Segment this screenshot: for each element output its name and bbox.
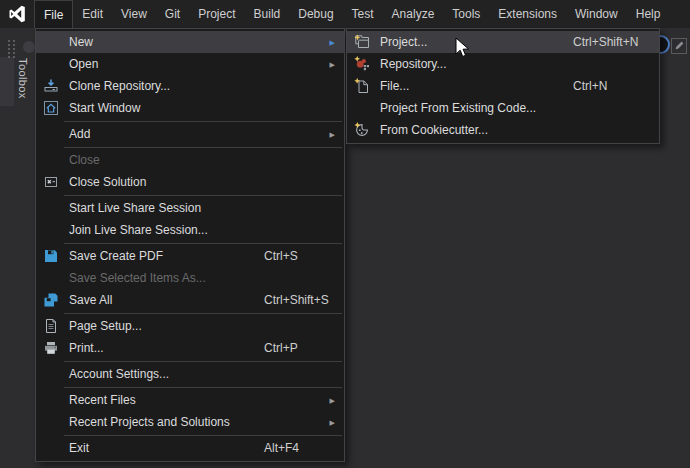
menu-item-label: Project From Existing Code... <box>380 101 536 115</box>
toolbox-tab-indicator <box>0 57 14 106</box>
menubar-build[interactable]: Build <box>245 0 290 28</box>
menu-item-save-all[interactable]: Save AllCtrl+Shift+S <box>36 289 344 311</box>
menu-item-label: Close Solution <box>69 175 146 189</box>
empty-icon-slot <box>42 200 60 216</box>
menu-item-close-solution[interactable]: Close Solution <box>36 171 344 193</box>
menu-item-label: Close <box>69 153 100 167</box>
empty-icon-slot <box>42 392 60 408</box>
menubar-tools[interactable]: Tools <box>443 0 489 28</box>
menu-item-repository[interactable]: Repository... <box>347 53 659 75</box>
menu-item-save-create-pdf[interactable]: Save Create PDFCtrl+S <box>36 245 344 267</box>
empty-icon-slot <box>42 440 60 456</box>
menu-item-shortcut: Ctrl+Shift+S <box>264 293 329 307</box>
menu-item-file[interactable]: File...Ctrl+N <box>347 75 659 97</box>
menubar-view[interactable]: View <box>112 0 156 28</box>
submenu-arrow-icon: ▶ <box>330 39 335 46</box>
menu-separator <box>64 313 342 314</box>
menu-separator <box>64 195 342 196</box>
submenu-arrow-icon: ▶ <box>330 61 335 68</box>
menubar-test[interactable]: Test <box>343 0 383 28</box>
menu-item-label: Open <box>69 57 98 71</box>
clone-repository-icon <box>42 78 60 94</box>
menu-item-label: From Cookiecutter... <box>380 123 488 137</box>
feedback-pencil-button[interactable] <box>671 38 687 54</box>
menubar-help[interactable]: Help <box>627 0 670 28</box>
menu-item-label: Save Create PDF <box>69 249 163 263</box>
menu-item-label: Exit <box>69 441 89 455</box>
menubar-project[interactable]: Project <box>189 0 244 28</box>
visual-studio-logo-icon <box>0 0 34 28</box>
left-dock: Toolbox <box>0 28 30 468</box>
empty-icon-slot <box>42 270 60 286</box>
menu-separator <box>64 361 342 362</box>
menu-separator <box>64 243 342 244</box>
menu-item-label: Start Live Share Session <box>69 201 201 215</box>
menubar-edit[interactable]: Edit <box>73 0 112 28</box>
new-submenu: Project...Ctrl+Shift+NRepository...File.… <box>346 28 660 144</box>
menu-item-label: Start Window <box>69 101 140 115</box>
menu-separator <box>64 387 342 388</box>
menu-item-label: Join Live Share Session... <box>69 223 208 237</box>
menu-item-recent-projects-and-solutions[interactable]: Recent Projects and Solutions▶ <box>36 411 344 433</box>
cookiecutter-icon <box>353 122 371 138</box>
menubar-git[interactable]: Git <box>156 0 189 28</box>
print-icon <box>42 340 60 356</box>
new-file-icon <box>353 78 371 94</box>
menu-item-new[interactable]: New▶ <box>36 31 344 53</box>
new-project-icon <box>353 34 371 50</box>
menu-item-recent-files[interactable]: Recent Files▶ <box>36 389 344 411</box>
menu-item-project[interactable]: Project...Ctrl+Shift+N <box>347 31 659 53</box>
menu-item-label: Recent Projects and Solutions <box>69 415 230 429</box>
menu-separator <box>64 435 342 436</box>
menu-item-open[interactable]: Open▶ <box>36 53 344 75</box>
menu-item-label: Page Setup... <box>69 319 142 333</box>
menu-item-project-from-existing-code[interactable]: Project From Existing Code... <box>347 97 659 119</box>
pencil-icon <box>674 39 685 54</box>
menu-item-start-window[interactable]: Start Window <box>36 97 344 119</box>
menu-item-page-setup[interactable]: Page Setup... <box>36 315 344 337</box>
menu-item-close[interactable]: Close <box>36 149 344 171</box>
save-all-icon <box>42 292 60 308</box>
menu-bar: FileEditViewGitProjectBuildDebugTestAnal… <box>0 0 690 28</box>
menu-item-save-selected-items-as[interactable]: Save Selected Items As... <box>36 267 344 289</box>
submenu-arrow-icon: ▶ <box>330 397 335 404</box>
menu-item-shortcut: Ctrl+S <box>264 249 298 263</box>
empty-icon-slot <box>42 34 60 50</box>
menu-item-exit[interactable]: ExitAlt+F4 <box>36 437 344 459</box>
toolbar-icon-partial <box>23 41 35 53</box>
menubar-items: FileEditViewGitProjectBuildDebugTestAnal… <box>34 0 669 28</box>
menu-item-shortcut: Ctrl+Shift+N <box>573 35 638 49</box>
empty-icon-slot <box>42 56 60 72</box>
menu-item-add[interactable]: Add▶ <box>36 123 344 145</box>
menu-item-clone-repository[interactable]: Clone Repository... <box>36 75 344 97</box>
menubar-debug[interactable]: Debug <box>289 0 342 28</box>
toolbox-tab[interactable]: Toolbox <box>13 58 29 108</box>
empty-icon-slot <box>42 366 60 382</box>
empty-icon-slot <box>42 126 60 142</box>
menu-separator <box>64 121 342 122</box>
submenu-arrow-icon: ▶ <box>330 419 335 426</box>
empty-icon-slot <box>353 100 371 116</box>
menubar-window[interactable]: Window <box>566 0 627 28</box>
new-repository-icon <box>353 56 371 72</box>
menu-item-label: File... <box>380 79 409 93</box>
menu-item-account-settings[interactable]: Account Settings... <box>36 363 344 385</box>
start-window-icon <box>42 100 60 116</box>
menu-item-start-live-share-session[interactable]: Start Live Share Session <box>36 197 344 219</box>
menu-item-label: Add <box>69 127 90 141</box>
menu-item-label: Account Settings... <box>69 367 169 381</box>
menu-item-shortcut: Ctrl+N <box>573 79 607 93</box>
menu-item-print[interactable]: Print...Ctrl+P <box>36 337 344 359</box>
empty-icon-slot <box>42 414 60 430</box>
menu-item-shortcut: Alt+F4 <box>264 441 299 455</box>
menubar-analyze[interactable]: Analyze <box>383 0 444 28</box>
menu-item-join-live-share-session[interactable]: Join Live Share Session... <box>36 219 344 241</box>
menu-item-label: Recent Files <box>69 393 136 407</box>
menubar-extensions[interactable]: Extensions <box>489 0 566 28</box>
menu-item-from-cookiecutter[interactable]: From Cookiecutter... <box>347 119 659 141</box>
menu-separator <box>64 147 342 148</box>
submenu-arrow-icon: ▶ <box>330 131 335 138</box>
menu-item-label: Clone Repository... <box>69 79 170 93</box>
menubar-file[interactable]: File <box>34 0 73 28</box>
menu-item-label: Save All <box>69 293 112 307</box>
